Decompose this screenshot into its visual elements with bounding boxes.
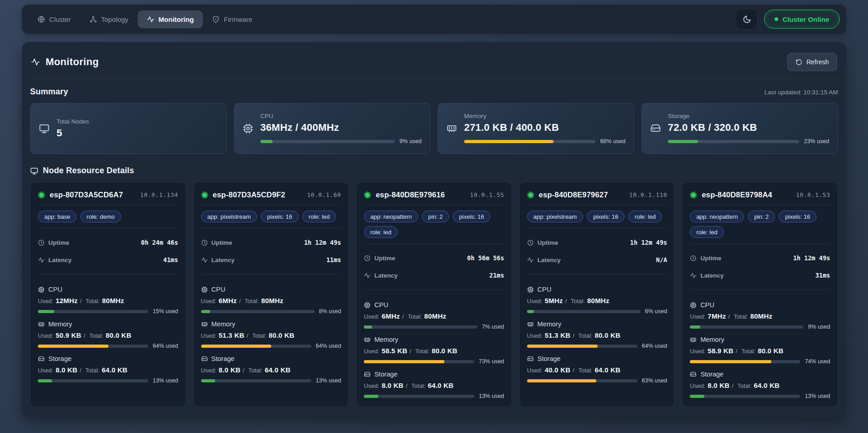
latency-value: 31ms xyxy=(815,272,830,279)
progress-fill xyxy=(201,345,272,348)
storage-metric: Storage Used:40.0 KB/ Total:64.0 KB 63% … xyxy=(527,355,667,384)
storage-icon xyxy=(201,356,208,362)
storage-icon xyxy=(527,356,534,362)
summary-card-cpu: CPU 36MHz / 400MHz 9% used xyxy=(234,103,430,154)
divider xyxy=(201,274,341,274)
monitor-icon xyxy=(30,167,38,175)
node-tags: app: pixelstreampixels: 16role: led xyxy=(527,211,667,222)
node-card: esp-840D8E979616 10.0.1.55 app: neopatte… xyxy=(356,182,512,407)
memory-metric: Memory Used:58.5 KB/ Total:80.0 KB 73% u… xyxy=(364,336,504,365)
node-card: esp-840D8E979627 10.0.1.110 app: pixelst… xyxy=(519,182,675,407)
progress-track xyxy=(260,140,395,143)
node-header: esp-840D8E979627 10.0.1.110 xyxy=(527,191,667,199)
top-navbar: Cluster Topology Monitoring Firmware Clu… xyxy=(22,5,846,34)
cluster-status-badge[interactable]: Cluster Online xyxy=(764,10,840,29)
cpu-icon xyxy=(38,286,45,293)
nodes-section-header: Node Resource Details xyxy=(30,166,838,175)
summary-heading: Summary xyxy=(30,87,68,97)
theme-toggle-button[interactable] xyxy=(736,9,758,30)
tab-monitoring[interactable]: Monitoring xyxy=(138,10,203,28)
card-label: CPU xyxy=(260,113,422,119)
progress-track xyxy=(38,345,148,348)
node-ip: 10.0.1.55 xyxy=(470,191,504,198)
moon-icon xyxy=(743,15,751,24)
metric-usage-line: Used:58.5 KB/ Total:80.0 KB xyxy=(364,347,504,355)
node-tag: pin: 2 xyxy=(748,211,775,222)
metric-usage-line: Used:8.0 KB/ Total:64.0 KB xyxy=(364,381,504,389)
node-name: esp-807D3A5CD9F2 xyxy=(213,191,285,199)
uptime-value: 1h 12m 49s xyxy=(630,239,667,246)
clock-icon xyxy=(527,239,534,246)
metric-label: Memory xyxy=(700,336,724,343)
progress-track xyxy=(527,379,637,382)
cpu-metric: CPU Used:7MHz/ Total:80MHz 9% used xyxy=(690,301,830,330)
node-tags: app: pixelstreampixels: 16role: led xyxy=(201,211,341,222)
progress-fill xyxy=(527,345,598,348)
status-dot-icon xyxy=(775,17,778,21)
node-tag: app: pixelstream xyxy=(201,211,257,222)
node-card: esp-807D3A5CD9F2 10.0.1.60 app: pixelstr… xyxy=(193,182,349,407)
tab-firmware[interactable]: Firmware xyxy=(203,10,262,28)
memory-icon xyxy=(690,336,697,343)
summary-card-total-nodes: Total Nodes 5 xyxy=(30,103,227,154)
metric-usage-line: Used:12MHz/ Total:80MHz xyxy=(38,297,178,304)
percent-label: 64% used xyxy=(316,343,341,349)
percent-label: 9% used xyxy=(808,324,830,330)
memory-metric: Memory Used:50.9 KB/ Total:80.0 KB 64% u… xyxy=(38,320,178,349)
metric-usage-line: Used:7MHz/ Total:80MHz xyxy=(690,312,830,320)
divider xyxy=(690,243,830,244)
progress-track xyxy=(201,379,311,382)
latency-row: Latency 41ms xyxy=(38,256,178,263)
tab-cluster[interactable]: Cluster xyxy=(28,10,80,28)
progress-fill xyxy=(201,379,215,382)
activity-icon xyxy=(527,257,534,263)
node-online-dot-icon xyxy=(38,191,45,199)
tab-label: Firmware xyxy=(224,15,253,23)
node-tag: app: neopattern xyxy=(690,211,744,222)
progress-track xyxy=(364,360,474,363)
harddrive-icon xyxy=(650,123,661,134)
metric-label: CPU xyxy=(537,286,552,293)
tab-topology[interactable]: Topology xyxy=(80,10,138,28)
progress-fill xyxy=(690,325,700,329)
divider xyxy=(201,205,341,205)
percent-label: 64% used xyxy=(153,343,178,349)
uptime-label: Uptime xyxy=(374,255,395,262)
progress-fill xyxy=(364,325,372,329)
progress-track xyxy=(201,310,315,313)
card-value: 271.0 KB / 400.0 KB xyxy=(464,122,625,134)
refresh-label: Refresh xyxy=(806,58,829,66)
node-tag: pixels: 16 xyxy=(779,211,816,222)
memory-icon xyxy=(364,336,371,343)
node-name: esp-840D8E979627 xyxy=(539,191,608,199)
uptime-value: 1h 12m 49s xyxy=(793,254,830,262)
refresh-icon xyxy=(796,59,802,66)
latency-value: 21ms xyxy=(489,272,504,279)
progress-fill xyxy=(527,310,534,313)
progress-track xyxy=(364,325,477,329)
latency-value: 11ms xyxy=(326,256,341,263)
node-tags: app: neopatternpin: 2pixels: 16role: led xyxy=(690,211,830,238)
divider xyxy=(38,205,178,205)
cpu-icon xyxy=(364,302,371,309)
node-online-dot-icon xyxy=(364,191,371,199)
metric-label: CPU xyxy=(212,286,226,293)
cpu-metric: CPU Used:6MHz/ Total:80MHz 8% used xyxy=(201,286,341,314)
activity-icon xyxy=(147,15,155,23)
page-title: Monitoring xyxy=(46,56,99,68)
refresh-button[interactable]: Refresh xyxy=(787,53,837,71)
activity-icon xyxy=(690,272,697,279)
memory-icon xyxy=(201,321,208,328)
card-value: 5 xyxy=(57,127,218,139)
percent-label: 9% used xyxy=(399,138,422,144)
metric-usage-line: Used:40.0 KB/ Total:64.0 KB xyxy=(527,366,667,374)
monitoring-panel: Monitoring Refresh Summary Last updated:… xyxy=(22,42,846,418)
uptime-label: Uptime xyxy=(700,255,721,262)
node-ip: 10.0.1.60 xyxy=(307,191,341,198)
metric-label: Storage xyxy=(700,371,723,378)
percent-label: 73% used xyxy=(479,358,504,365)
node-tag: role: led xyxy=(302,211,336,222)
latency-row: Latency 21ms xyxy=(364,272,504,279)
clock-icon xyxy=(38,239,45,246)
cpu-metric: CPU Used:12MHz/ Total:80MHz 15% used xyxy=(38,286,178,314)
